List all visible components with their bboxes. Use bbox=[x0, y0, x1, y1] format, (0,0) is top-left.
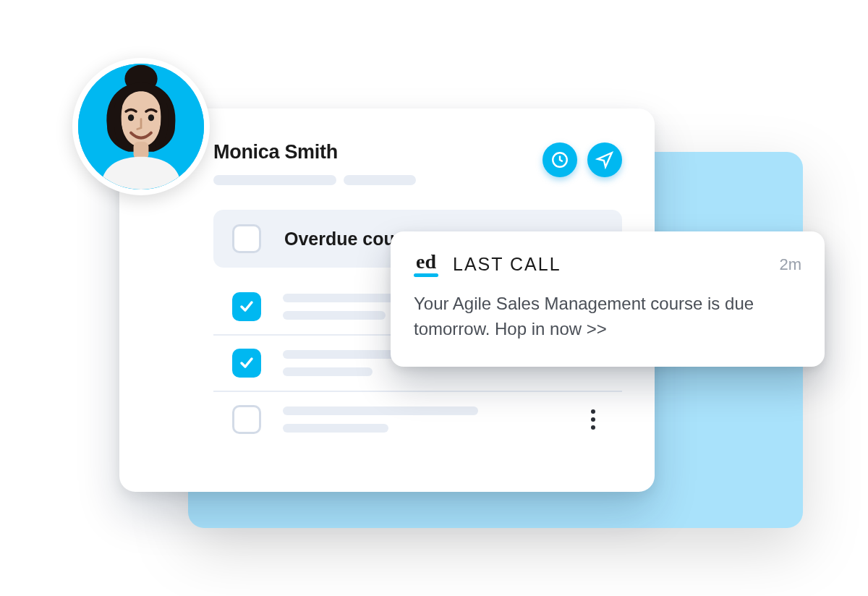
card-header: Monica Smith bbox=[213, 141, 622, 185]
notification-toast[interactable]: ed LAST CALL 2m Your Agile Sales Managem… bbox=[391, 231, 825, 367]
toast-body: Your Agile Sales Management course is du… bbox=[414, 291, 801, 342]
app-logo-text: ed bbox=[416, 252, 436, 272]
history-button[interactable] bbox=[542, 142, 577, 177]
course-checkbox[interactable] bbox=[232, 405, 261, 434]
user-block: Monica Smith bbox=[213, 141, 542, 185]
svg-rect-3 bbox=[134, 142, 149, 159]
header-actions bbox=[542, 141, 622, 177]
avatar-image bbox=[78, 64, 204, 190]
toast-header: ed LAST CALL 2m bbox=[414, 252, 801, 277]
checkmark-icon bbox=[238, 354, 255, 372]
send-button[interactable] bbox=[587, 142, 622, 177]
course-checkbox[interactable] bbox=[232, 349, 261, 378]
toast-timestamp: 2m bbox=[779, 255, 801, 274]
user-name: Monica Smith bbox=[213, 141, 542, 163]
app-logo-underline-icon bbox=[414, 273, 438, 277]
toast-title: LAST CALL bbox=[453, 254, 765, 275]
course-placeholder bbox=[283, 406, 561, 433]
svg-point-5 bbox=[148, 114, 154, 121]
row-menu-button[interactable] bbox=[583, 405, 603, 434]
app-logo: ed bbox=[414, 252, 438, 277]
clock-icon bbox=[550, 150, 569, 169]
user-subtext-placeholder bbox=[213, 175, 542, 185]
list-item[interactable] bbox=[213, 392, 622, 447]
svg-point-4 bbox=[128, 114, 134, 121]
select-all-checkbox[interactable] bbox=[232, 224, 261, 253]
checkmark-icon bbox=[238, 298, 255, 315]
avatar bbox=[72, 58, 210, 195]
paper-plane-icon bbox=[595, 150, 614, 169]
course-checkbox[interactable] bbox=[232, 292, 261, 321]
